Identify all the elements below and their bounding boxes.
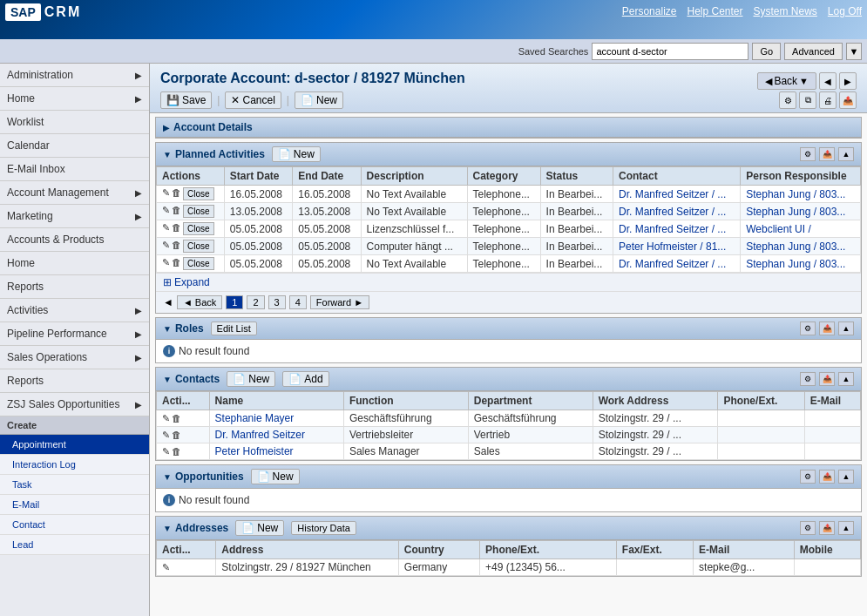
help-center-link[interactable]: Help Center	[687, 5, 742, 17]
delete-icon[interactable]: 🗑	[172, 187, 181, 200]
account-details-header[interactable]: ▶ Account Details	[156, 118, 861, 138]
edit-icon[interactable]: ✎	[162, 240, 170, 253]
sidebar-item-email-inbox[interactable]: E-Mail Inbox	[0, 158, 149, 181]
sidebar-create-task[interactable]: Task	[0, 475, 149, 495]
forward-page-button[interactable]: Forward ►	[310, 295, 369, 309]
sidebar-create-interaction-log[interactable]: Interaction Log	[0, 455, 149, 475]
system-news-link[interactable]: System News	[754, 5, 817, 17]
export-icon-button[interactable]: 📤	[839, 91, 857, 109]
top-bar: SAP CRM Personalize Help Center System N…	[0, 0, 867, 39]
opportunities-header[interactable]: ▼ Opportunities 📄 New ⚙ 📤 ▲	[156, 465, 861, 489]
roles-export-button[interactable]: 📤	[819, 322, 835, 335]
edit-icon[interactable]: ✎	[162, 430, 170, 441]
edit-icon[interactable]: ✎	[162, 413, 170, 424]
addresses-header[interactable]: ▼ Addresses 📄 New History Data ⚙ 📤 ▲	[156, 517, 861, 540]
advanced-button[interactable]: Advanced	[784, 43, 843, 60]
contacts-new-button[interactable]: 📄 New	[227, 371, 275, 387]
roles-edit-list-button[interactable]: Edit List	[211, 322, 257, 335]
sidebar-create-lead[interactable]: Lead	[0, 535, 149, 555]
search-input[interactable]	[592, 43, 748, 60]
opportunities-settings-button[interactable]: ⚙	[800, 470, 816, 484]
roles-collapse-button[interactable]: ▲	[838, 322, 854, 335]
page-4-button[interactable]: 4	[289, 295, 307, 309]
sidebar-item-marketing[interactable]: Marketing ▶	[0, 205, 149, 228]
navigate-next-button[interactable]: ▶	[839, 72, 857, 90]
edit-icon[interactable]: ✎	[162, 257, 170, 270]
contact-name-cell[interactable]: Dr. Manfred Seitzer	[209, 427, 343, 443]
sidebar-item-home[interactable]: Home ▶	[0, 87, 149, 111]
addresses-new-button[interactable]: 📄 New	[235, 520, 284, 536]
contacts-add-button[interactable]: 📄 Add	[282, 371, 329, 387]
close-button[interactable]: Close	[183, 257, 214, 270]
addresses-settings-button[interactable]: ⚙	[800, 521, 816, 535]
sidebar-create-appointment[interactable]: Appointment	[0, 435, 149, 455]
sidebar-item-calendar[interactable]: Calendar	[0, 134, 149, 158]
delete-icon[interactable]: 🗑	[172, 446, 181, 457]
contact-name-cell[interactable]: Peter Hofmeister	[209, 443, 343, 460]
navigate-prev-button[interactable]: ◀	[819, 72, 837, 90]
log-off-link[interactable]: Log Off	[828, 5, 862, 17]
search-collapse-button[interactable]: ▼	[846, 43, 862, 60]
roles-settings-button[interactable]: ⚙	[800, 322, 816, 335]
delete-icon[interactable]: 🗑	[172, 413, 181, 424]
sidebar-item-worklist[interactable]: Worklist	[0, 111, 149, 134]
page-1-button[interactable]: 1	[226, 295, 243, 309]
cancel-button[interactable]: ✕ Cancel	[225, 91, 281, 109]
go-button[interactable]: Go	[752, 43, 781, 60]
sidebar-item-accounts-products[interactable]: Accounts & Products	[0, 228, 149, 252]
contact-name-cell[interactable]: Stephanie Mayer	[209, 410, 343, 427]
print-icon-button[interactable]: 🖨	[819, 91, 837, 109]
close-button[interactable]: Close	[183, 187, 214, 200]
planned-activities-collapse-button[interactable]: ▲	[838, 147, 854, 161]
opportunities-new-button[interactable]: 📄 New	[251, 469, 300, 484]
sidebar-item-zsj[interactable]: ZSJ Sales Opportunities ▶	[0, 393, 149, 416]
sidebar-item-administration[interactable]: Administration ▶	[0, 64, 149, 87]
page-3-button[interactable]: 3	[268, 295, 286, 309]
back-button[interactable]: ◀ Back ▼	[757, 72, 816, 90]
addresses-collapse-button[interactable]: ▲	[838, 521, 854, 535]
settings-icon-button[interactable]: ⚙	[779, 91, 796, 109]
expand-label[interactable]: Expand	[174, 276, 210, 288]
contacts-collapse-button[interactable]: ▲	[838, 372, 854, 386]
page-2-button[interactable]: 2	[247, 295, 264, 309]
contacts-settings-button[interactable]: ⚙	[800, 372, 816, 386]
planned-activities-header[interactable]: ▼ Planned Activities 📄 New ⚙ 📤 ▲	[156, 143, 861, 166]
sidebar-item-account-management[interactable]: Account Management ▶	[0, 181, 149, 205]
planned-activities-export-button[interactable]: 📤	[819, 147, 835, 161]
sidebar-create-contact[interactable]: Contact	[0, 515, 149, 535]
sidebar-item-activities[interactable]: Activities ▶	[0, 299, 149, 322]
delete-icon[interactable]: 🗑	[172, 257, 181, 270]
close-button[interactable]: Close	[183, 205, 214, 218]
contacts-export-button[interactable]: 📤	[819, 372, 835, 386]
roles-header[interactable]: ▼ Roles Edit List ⚙ 📤 ▲	[156, 318, 861, 340]
sidebar-item-home2[interactable]: Home	[0, 252, 149, 275]
edit-icon[interactable]: ✎	[162, 222, 170, 235]
planned-activities-new-button[interactable]: 📄 New	[272, 146, 321, 162]
addresses-export-button[interactable]: 📤	[819, 521, 835, 535]
planned-activities-settings-button[interactable]: ⚙	[800, 147, 816, 161]
sidebar-item-reports2[interactable]: Reports	[0, 369, 149, 393]
edit-icon[interactable]: ✎	[162, 446, 170, 457]
copy-icon-button[interactable]: ⧉	[799, 91, 816, 109]
opportunities-collapse-button[interactable]: ▲	[838, 470, 854, 484]
opportunities-export-button[interactable]: 📤	[819, 470, 835, 484]
edit-icon[interactable]: ✎	[162, 187, 170, 200]
delete-icon[interactable]: 🗑	[172, 430, 181, 441]
delete-icon[interactable]: 🗑	[172, 240, 181, 253]
delete-icon[interactable]: 🗑	[172, 205, 181, 218]
edit-icon[interactable]: ✎	[162, 562, 170, 573]
delete-icon[interactable]: 🗑	[172, 222, 181, 235]
sidebar-item-pipeline[interactable]: Pipeline Performance ▶	[0, 322, 149, 346]
sidebar-create-email[interactable]: E-Mail	[0, 495, 149, 515]
close-button[interactable]: Close	[183, 240, 214, 253]
sidebar-item-sales-operations[interactable]: Sales Operations ▶	[0, 346, 149, 369]
edit-icon[interactable]: ✎	[162, 205, 170, 218]
sidebar-item-reports[interactable]: Reports	[0, 275, 149, 299]
save-button[interactable]: 💾 Save	[160, 91, 212, 109]
new-button[interactable]: 📄 New	[295, 91, 343, 109]
addresses-history-button[interactable]: History Data	[291, 521, 356, 535]
personalize-link[interactable]: Personalize	[622, 5, 677, 17]
close-button[interactable]: Close	[183, 222, 214, 235]
contacts-header[interactable]: ▼ Contacts 📄 New 📄 Add ⚙ 📤 ▲	[156, 368, 861, 391]
back-page-button[interactable]: ◄ Back	[177, 295, 222, 309]
